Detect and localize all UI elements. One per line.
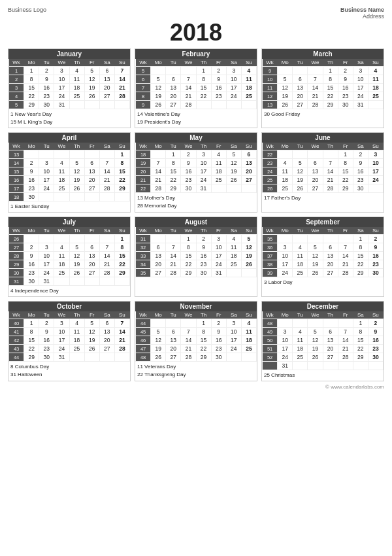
day-cell: 18 <box>69 84 84 92</box>
day-cell: 15 <box>196 84 211 92</box>
table-row: 272345678 <box>9 243 130 252</box>
day-cell <box>293 235 308 243</box>
day-cell: 20 <box>293 92 308 101</box>
day-cell: 21 <box>338 345 353 353</box>
month-block: JulyWkMoTuWeThFrSaSu26127234567828910111… <box>8 217 131 297</box>
day-cell: 6 <box>84 159 99 167</box>
day-header: Wk <box>263 227 278 235</box>
day-cell: 21 <box>151 176 166 184</box>
holiday-item: 13 Mother's Day <box>137 194 255 202</box>
day-cell: 31 <box>211 269 226 277</box>
day-cell: 13 <box>241 159 256 167</box>
day-cell: 1 <box>353 319 368 328</box>
day-cell: 2 <box>181 150 196 159</box>
day-cell: 17 <box>278 260 293 269</box>
day-cell: 8 <box>181 243 196 252</box>
day-cell: 23 <box>211 345 226 353</box>
day-cell: 28 <box>181 353 196 362</box>
day-cell: 2 <box>368 235 383 243</box>
week-number: 44 <box>136 319 151 328</box>
day-cell: 15 <box>114 167 129 176</box>
day-cell: 17 <box>39 176 54 184</box>
holiday-item: 8 Columbus Day <box>10 363 128 371</box>
day-cell <box>278 150 293 159</box>
month-table: WkMoTuWeThFrSaSu261272345678289101112131… <box>8 227 130 286</box>
day-cell: 7 <box>308 75 323 84</box>
day-header: Mo <box>151 143 166 150</box>
day-cell: 27 <box>99 345 114 353</box>
day-cell: 18 <box>241 84 256 92</box>
day-header: Mo <box>24 311 39 319</box>
day-cell: 25 <box>368 92 383 101</box>
week-number <box>263 362 278 370</box>
day-cell: 5 <box>84 67 99 75</box>
day-cell: 28 <box>114 92 129 101</box>
day-header: Th <box>196 59 211 67</box>
day-cell: 6 <box>323 328 338 336</box>
month-title: June <box>262 133 384 143</box>
day-cell: 3 <box>196 150 211 159</box>
day-cell: 11 <box>278 167 293 176</box>
day-header: Mo <box>278 143 293 150</box>
day-cell <box>181 319 196 328</box>
day-cell: 28 <box>99 269 114 277</box>
day-cell: 19 <box>241 252 256 260</box>
day-cell <box>69 150 84 159</box>
day-cell: 27 <box>293 101 308 109</box>
day-cell: 2 <box>39 319 54 328</box>
day-header: Tu <box>293 59 308 67</box>
day-cell: 10 <box>226 328 241 336</box>
week-number: 32 <box>136 243 151 252</box>
day-cell: 8 <box>114 159 129 167</box>
day-header: Fr <box>211 311 226 319</box>
day-cell: 12 <box>278 84 293 92</box>
table-row: 315161718192021 <box>9 84 130 92</box>
table-row: 2916171819202122 <box>9 260 130 269</box>
month-table: WkMoTuWeThFrSaSu441234455678910114612131… <box>135 311 257 362</box>
day-header: Th <box>196 143 211 150</box>
week-number: 35 <box>263 235 278 243</box>
day-cell: 2 <box>211 67 226 75</box>
day-cell: 8 <box>24 328 39 336</box>
day-cell: 4 <box>293 328 308 336</box>
day-cell: 14 <box>308 84 323 92</box>
day-cell: 6 <box>84 243 99 252</box>
day-header: Sa <box>99 311 114 319</box>
week-number: 13 <box>9 150 24 159</box>
day-cell: 12 <box>84 75 99 84</box>
day-cell <box>308 150 323 159</box>
day-cell: 21 <box>114 336 129 345</box>
table-row: 3512 <box>263 235 384 243</box>
day-cell <box>323 319 338 328</box>
day-header: Wk <box>263 143 278 150</box>
day-cell: 27 <box>151 269 166 277</box>
day-cell: 31 <box>353 101 368 109</box>
day-cell: 23 <box>211 92 226 101</box>
day-cell: 2 <box>368 319 383 328</box>
month-table: WkMoTuWeThFrSaSu181234561978910111213201… <box>135 143 257 193</box>
day-cell: 11 <box>69 328 84 336</box>
day-cell <box>84 277 99 286</box>
day-cell: 9 <box>24 167 39 176</box>
day-header: Fr <box>211 227 226 235</box>
month-title: October <box>8 302 130 311</box>
day-cell: 3 <box>353 67 368 75</box>
day-cell: 1 <box>196 67 211 75</box>
day-cell: 19 <box>278 92 293 101</box>
table-row: 4215161718192021 <box>9 336 130 345</box>
day-cell: 28 <box>323 184 338 193</box>
day-header: Mo <box>151 227 166 235</box>
day-header: Th <box>69 311 84 319</box>
day-cell: 22 <box>196 345 211 353</box>
holidays: 1 New Year's Day15 M L King's Day <box>8 109 130 128</box>
day-cell: 5 <box>278 75 293 84</box>
day-cell: 2 <box>338 67 353 75</box>
day-cell: 5 <box>69 243 84 252</box>
month-block: JanuaryWkMoTuWeThFrSaSu11234567289101112… <box>8 48 131 128</box>
day-cell: 9 <box>39 328 54 336</box>
day-header: Th <box>323 311 338 319</box>
holiday-item: 17 Father's Day <box>264 194 382 202</box>
day-cell: 10 <box>54 75 69 84</box>
day-cell: 18 <box>293 345 308 353</box>
week-number: 52 <box>263 353 278 362</box>
